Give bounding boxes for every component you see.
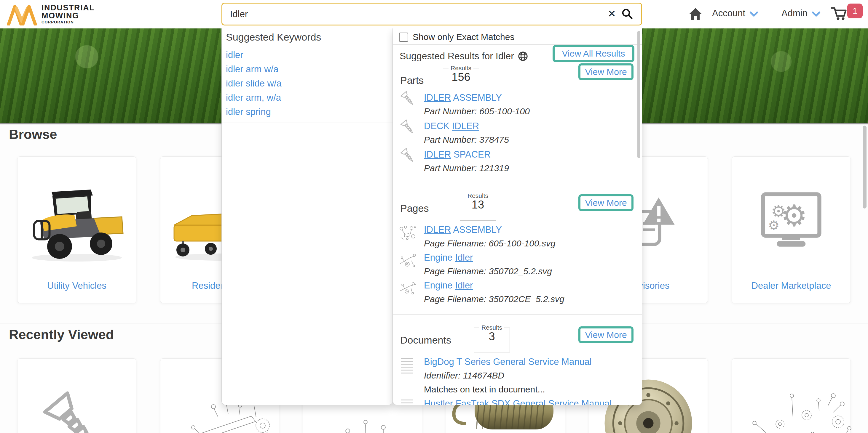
deck-diagram-image (312, 415, 413, 433)
keyword-suggestion[interactable]: idler arm w/a (226, 64, 278, 78)
top-bar: INDUSTRIAL MOWING CORPORATION ✕ Account … (0, 0, 868, 28)
exact-matches-label: Show only Exact Matches (413, 32, 515, 42)
pages-results-count: Results 13 (460, 196, 496, 221)
gear-glyph: ⚙ (771, 202, 786, 221)
result-link[interactable]: Engine Idler (424, 252, 473, 263)
browse-heading: Browse (9, 127, 57, 142)
gear-glyph: ⚙ (768, 218, 780, 232)
parts-section-label: Parts (400, 75, 424, 86)
logo-mark-icon (6, 2, 37, 26)
browse-card-label[interactable]: Dealer Marketplace (732, 280, 850, 291)
section-divider (393, 314, 642, 315)
part-result-item: IDLER SPACER Part Number: 121319 (393, 149, 642, 178)
recently-viewed-heading: Recently Viewed (9, 327, 114, 342)
document-thumbnail (401, 400, 413, 405)
screw-part-image (37, 387, 117, 433)
keyword-suggestion[interactable]: idler (226, 50, 243, 64)
documents-results-count: Results 3 (474, 328, 510, 353)
result-link[interactable]: IDLER ASSEMBLY (424, 225, 502, 235)
browse-card-utility-vehicles[interactable]: Utility Vehicles (17, 156, 136, 303)
search-results-panel: Show only Exact Matches Suggested Result… (393, 28, 642, 405)
suggested-results-header: Suggested Results for Idler (400, 51, 528, 62)
exact-matches-row: Show only Exact Matches (393, 28, 642, 45)
search-icon[interactable] (621, 8, 633, 20)
admin-menu[interactable]: Admin (781, 8, 820, 19)
company-logo[interactable]: INDUSTRIAL MOWING CORPORATION (6, 2, 95, 26)
clear-search-icon[interactable]: ✕ (608, 8, 616, 20)
result-link[interactable]: DECK IDLER (424, 121, 479, 132)
account-menu[interactable]: Account (712, 8, 758, 19)
result-meta: Part Number: 121319 (424, 163, 509, 173)
recent-card-diagram-2[interactable] (732, 358, 851, 433)
account-label: Account (712, 8, 745, 19)
view-more-pages-button[interactable]: View More (578, 194, 633, 211)
document-result-item: BigDog T Series General Service Manual I… (393, 357, 642, 398)
result-meta: Identifier: 114674BD (424, 370, 504, 380)
admin-label: Admin (781, 8, 808, 19)
page-scrollbar[interactable] (863, 126, 867, 208)
part-result-item: DECK IDLER Part Number: 378475 (393, 121, 642, 149)
globe-icon (518, 51, 528, 62)
keywords-divider (222, 123, 393, 123)
page-result-item: Engine Idler Page Filename: 350702_5.2.s… (393, 252, 642, 281)
view-more-parts-button[interactable]: View More (578, 63, 633, 80)
browse-card-label[interactable]: Utility Vehicles (18, 280, 136, 291)
document-result-item: Hustler FasTrak SDX General Service Manu… (393, 398, 642, 405)
dealer-marketplace-icon: ⚙ ⚙ ⚙ (758, 191, 824, 251)
suggested-keywords-title: Suggested Keywords (226, 31, 321, 43)
pages-section-label: Pages (400, 203, 429, 214)
result-link[interactable]: BigDog T Series General Service Manual (424, 357, 592, 367)
exact-matches-checkbox[interactable] (399, 33, 408, 42)
home-icon[interactable] (688, 7, 703, 21)
page-result-item: Engine Idler Page Filename: 350702CE_5.2… (393, 280, 642, 309)
view-all-results-button[interactable]: View All Results (553, 45, 634, 62)
page-result-item: IDLER ASSEMBLY Page Filename: 605-100-10… (393, 225, 642, 253)
view-more-documents-button[interactable]: View More (578, 326, 633, 343)
browse-card-dealer-marketplace[interactable]: ⚙ ⚙ ⚙ Dealer Marketplace (732, 156, 851, 303)
result-meta: Page Filename: 605-100-100.svg (424, 238, 556, 248)
suggested-keywords-panel: Suggested Keywords idler idler arm w/a i… (221, 28, 393, 405)
chevron-down-icon (812, 11, 820, 18)
document-thumbnail (401, 358, 413, 374)
documents-section-label: Documents (400, 334, 451, 346)
page-diagram-icon (398, 253, 417, 269)
page-root: Browse Utility Vehicles (0, 0, 868, 433)
exploded-diagram-image (744, 389, 857, 433)
result-link[interactable]: Hustler FasTrak SDX General Service Manu… (424, 398, 612, 405)
page-diagram-icon (398, 281, 417, 297)
search-input[interactable] (221, 3, 642, 26)
keyword-suggestion[interactable]: idler spring (226, 107, 271, 121)
logo-text: INDUSTRIAL MOWING CORPORATION (41, 4, 95, 24)
result-link[interactable]: IDLER ASSEMBLY (424, 92, 502, 103)
utility-vehicle-image (24, 176, 130, 265)
keyword-suggestion[interactable]: idler arm, w/a (226, 92, 281, 107)
parts-results-count: Results 156 (443, 68, 479, 93)
result-meta: Page Filename: 350702CE_5.2.svg (424, 294, 564, 304)
cart-icon[interactable] (830, 6, 847, 21)
chevron-down-icon (749, 11, 758, 18)
screw-part-icon (398, 146, 418, 167)
result-link[interactable]: Engine Idler (424, 280, 473, 291)
keyword-suggestion[interactable]: idler slide w/a (226, 78, 282, 92)
result-meta: Part Number: 605-100-100 (424, 106, 530, 116)
result-meta: Part Number: 378475 (424, 135, 509, 145)
screw-part-icon (398, 118, 418, 139)
suggested-results-title: Suggested Results for Idler (400, 51, 514, 62)
result-link[interactable]: IDLER SPACER (424, 149, 491, 160)
cart-count-badge[interactable]: 1 (847, 4, 863, 19)
result-note: Matches on text in document... (424, 385, 545, 395)
results-scrollbar[interactable] (638, 31, 640, 158)
recent-card-screw[interactable] (17, 358, 136, 433)
search-bar: ✕ (221, 3, 642, 26)
page-diagram-icon (398, 225, 417, 242)
result-meta: Page Filename: 350702_5.2.svg (424, 266, 552, 276)
screw-part-icon (398, 90, 418, 110)
part-result-item: IDLER ASSEMBLY Part Number: 605-100-100 (393, 92, 642, 121)
